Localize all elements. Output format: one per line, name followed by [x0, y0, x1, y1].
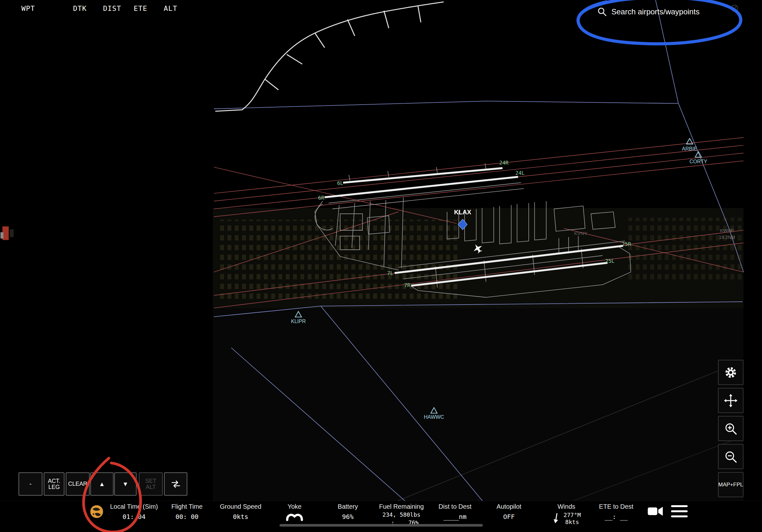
zoom-out-button[interactable] [718, 444, 743, 469]
status-dist-to-dest: Dist to Dest ____nm [438, 503, 471, 520]
fpl-col-header-dist: DIST [103, 4, 121, 13]
ete-to-dest-label: ETE to Dest [599, 503, 634, 510]
runway-label-25R: 25R [622, 241, 631, 247]
set-alt-label-1: SET [145, 478, 156, 484]
status-yoke: Yoke [285, 503, 304, 522]
waypoint-down-button[interactable]: ▼ [114, 472, 137, 496]
status-flight-time: Flight Time 00: 00 [171, 503, 203, 520]
status-battery: Battery 96% [338, 503, 358, 520]
dist-to-dest-label: Dist to Dest [438, 503, 471, 510]
pan-arrows-icon [724, 393, 738, 408]
flight-plan-panel: WPT DTK DIST ETE ALT - ACT. LEG CLEAR ▲ … [18, 0, 211, 501]
activate-leg-button[interactable]: ACT. LEG [44, 472, 64, 496]
ground-speed-label: Ground Speed [220, 503, 261, 510]
fuel-label: Fuel Remaining [379, 503, 424, 510]
sync-status-icon [729, 3, 740, 13]
autopilot-value: OFF [496, 513, 521, 520]
local-time-label: Local Time (Sim) [110, 503, 158, 510]
hamburger-bar [671, 515, 688, 517]
ground-speed-value: 0kts [220, 513, 261, 520]
zoom-out-icon [724, 450, 738, 464]
hamburger-bar [671, 510, 688, 512]
set-altitude-button[interactable]: SET ALT [139, 472, 163, 496]
swap-arrows-icon [170, 480, 182, 489]
world-map-mode-button[interactable] [90, 504, 104, 519]
autopilot-label: Autopilot [496, 503, 521, 510]
gear-icon [724, 366, 738, 379]
yoke-icon[interactable] [285, 511, 304, 521]
fuel-value-line1: 234, 580lbs [379, 511, 424, 518]
bottom-scrollbar[interactable] [279, 524, 483, 527]
map-settings-button[interactable] [718, 360, 743, 385]
down-triangle-icon: ▼ [122, 481, 128, 487]
map-pan-button[interactable] [718, 388, 743, 413]
yoke-label: Yoke [285, 503, 304, 510]
edge-airport-distance: 19.2NM [719, 235, 735, 240]
status-winds: Winds 277°M 8kts [552, 503, 581, 525]
status-local-time: Local Time (Sim) 01: 04 [110, 503, 158, 520]
edge-airport-label-kwhp: KWHP [720, 228, 734, 233]
search-placeholder-text: Search airports/waypoints [611, 7, 700, 16]
status-ete-to-dest: ETE to Dest __: __ [599, 503, 634, 520]
battery-label: Battery [338, 503, 358, 510]
set-alt-label-2: ALT [146, 484, 156, 490]
runway-label-25L: 25L [605, 258, 615, 264]
status-ground-speed: Ground Speed 0kts [220, 503, 261, 520]
status-fuel: Fuel Remaining 234, 580lbs __: __ 76% [379, 503, 424, 526]
map-fpl-label: MAP+FPL [718, 482, 743, 488]
clear-label: CLEAR [68, 481, 87, 487]
zoom-in-button[interactable] [718, 416, 743, 441]
airport-label-klax[interactable]: KLAX [454, 209, 472, 216]
fpl-col-header-dtk: DTK [73, 4, 87, 13]
nearby-airport-label-kvny: KVNY [574, 231, 587, 236]
up-triangle-icon: ▲ [99, 481, 105, 487]
waypoint-label-hawwc[interactable]: HAWWC [424, 414, 444, 420]
act-leg-label-1: ACT. [48, 478, 60, 484]
runway-label-7R: 7R [404, 282, 411, 288]
fpl-col-header-ete: ETE [134, 4, 147, 13]
hamburger-menu-button[interactable] [671, 505, 688, 517]
reverse-fpl-button[interactable] [164, 472, 187, 496]
act-leg-label-2: LEG [48, 484, 60, 490]
search-icon [597, 7, 607, 17]
battery-value: 96% [338, 513, 358, 520]
runway-label-6L: 6L [337, 180, 343, 186]
runway-label-24R: 24R [499, 160, 509, 166]
map-fpl-toggle-button[interactable]: MAP+FPL [718, 472, 743, 497]
fpl-collapse-label: - [29, 480, 32, 487]
wind-direction-value: 277°M [564, 511, 581, 519]
flight-time-label: Flight Time [171, 503, 203, 510]
local-time-value: 01: 04 [110, 513, 158, 520]
runway-label-6R: 6R [318, 195, 325, 201]
waypoint-label-corty[interactable]: CORTY [690, 159, 708, 164]
fpl-collapse-button[interactable]: - [19, 472, 42, 496]
runway-label-7L: 7L [387, 270, 393, 276]
map-toolbar: MAP+FPL [718, 360, 743, 497]
runway-label-24L: 24L [515, 170, 525, 176]
clear-fpl-button[interactable]: CLEAR [66, 472, 90, 496]
search-bar[interactable]: Search airports/waypoints [597, 7, 700, 17]
zoom-in-icon [724, 422, 738, 436]
waypoint-label-arbie[interactable]: ARBIE [682, 146, 697, 152]
ete-to-dest-value: __: __ [599, 513, 634, 520]
waypoint-up-button[interactable]: ▲ [90, 472, 114, 496]
coastline [215, 2, 444, 111]
waypoint-label-klipr[interactable]: KLIPR [291, 319, 306, 324]
fpl-col-header-wpt: WPT [21, 4, 35, 13]
winds-label: Winds [552, 503, 581, 510]
camera-view-button[interactable] [648, 506, 663, 517]
wind-speed-value: 8kts [564, 519, 581, 526]
status-autopilot: Autopilot OFF [496, 503, 521, 520]
dist-to-dest-value: ____nm [438, 513, 471, 520]
wind-direction-arrow-icon [552, 511, 560, 524]
fpl-col-header-alt: ALT [164, 4, 178, 13]
flight-time-value: 00: 00 [171, 513, 203, 520]
hamburger-bar [671, 505, 688, 507]
